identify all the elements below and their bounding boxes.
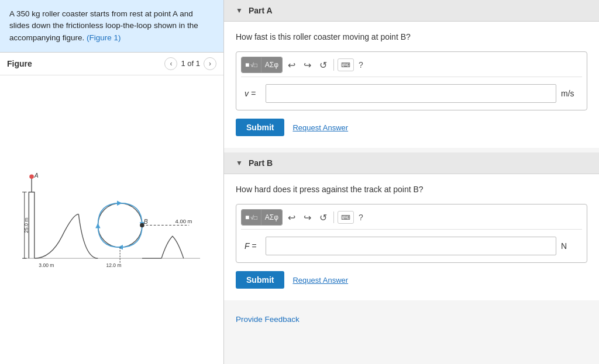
problem-description: A 350 kg roller coaster starts from rest… (0, 0, 223, 53)
feedback-section: Provide Feedback (224, 305, 599, 333)
part-a-request-answer-button[interactable]: Request Answer (292, 123, 348, 132)
part-b-request-answer-button[interactable]: Request Answer (292, 276, 348, 285)
part-b-action-row: Submit Request Answer (236, 271, 587, 289)
part-a-unit: m/s (561, 89, 579, 98)
part-b-submit-button[interactable]: Submit (236, 271, 284, 289)
part-b-undo-button[interactable]: ↩ (285, 211, 298, 224)
part-a-header: ▼ Part A (224, 0, 599, 22)
part-a-content: How fast is this roller coaster moving a… (224, 22, 599, 148)
figure-next-button[interactable]: › (204, 57, 216, 70)
part-a-greek-button[interactable]: ΑΣφ (261, 57, 282, 72)
part-b-input-row: F = N (241, 234, 582, 258)
part-a-matrix-button[interactable]: ■√□ (242, 57, 261, 72)
left-panel: A 350 kg roller coaster starts from rest… (0, 0, 224, 364)
part-a-answer-box: ■√□ ΑΣφ ↩ ↪ ↺ ⌨ ? v = m/s (236, 51, 587, 110)
figure-link[interactable]: (Figure 1) (87, 33, 121, 42)
svg-text:4.00 m: 4.00 m (175, 218, 192, 224)
figure-navigation: ‹ 1 of 1 › (164, 57, 216, 70)
part-a-submit-button[interactable]: Submit (236, 119, 284, 136)
part-b-answer-box: ■√□ ΑΣφ ↩ ↪ ↺ ⌨ ? F = N (236, 204, 587, 263)
svg-text:B: B (144, 218, 148, 224)
part-b-redo-button[interactable]: ↪ (301, 211, 314, 224)
svg-text:25.0 m: 25.0 m (23, 218, 29, 233)
part-a-input[interactable] (266, 84, 556, 103)
part-b-toolbar-sep (333, 212, 334, 223)
part-a-input-label: v = (245, 89, 261, 98)
part-b-matrix-button[interactable]: ■√□ (242, 210, 261, 225)
part-b-toolbar: ■√□ ΑΣφ ↩ ↪ ↺ ⌨ ? (241, 209, 582, 230)
part-a-action-row: Submit Request Answer (236, 119, 587, 136)
part-a-toolbar-sep (333, 59, 334, 71)
right-panel: ▼ Part A How fast is this roller coaster… (224, 0, 599, 364)
part-b-label: Part B (249, 158, 273, 168)
part-b-question: How hard does it press against the track… (236, 183, 587, 196)
figure-title: Figure (7, 59, 32, 68)
part-b-unit: N (561, 241, 579, 251)
figure-header: Figure ‹ 1 of 1 › (0, 53, 223, 75)
part-b-math-buttons: ■√□ ΑΣφ (241, 209, 283, 226)
part-a-question: How fast is this roller coaster moving a… (236, 31, 587, 43)
part-b-input[interactable] (266, 237, 556, 255)
part-a-undo-button[interactable]: ↩ (285, 58, 298, 72)
part-a-redo-button[interactable]: ↪ (301, 58, 314, 72)
part-a-label: Part A (249, 6, 273, 15)
part-a-math-buttons: ■√□ ΑΣφ (241, 57, 283, 73)
part-a-toolbar: ■√□ ΑΣφ ↩ ↪ ↺ ⌨ ? (241, 57, 582, 77)
part-b-input-label: F = (245, 241, 261, 251)
part-b-keyboard-button[interactable]: ⌨ (338, 211, 354, 224)
part-b-greek-button[interactable]: ΑΣφ (261, 210, 282, 225)
part-a-section: ▼ Part A How fast is this roller coaster… (224, 0, 599, 148)
part-b-help-button[interactable]: ? (356, 212, 366, 223)
roller-coaster-diagram: A B (12, 170, 211, 269)
part-a-keyboard-button[interactable]: ⌨ (338, 58, 354, 71)
svg-point-4 (98, 203, 142, 248)
provide-feedback-link[interactable]: Provide Feedback (236, 315, 300, 324)
figure-prev-button[interactable]: ‹ (164, 57, 177, 70)
svg-text:12.0 m: 12.0 m (106, 262, 122, 268)
svg-text:3.00 m: 3.00 m (39, 262, 54, 268)
svg-point-2 (29, 174, 34, 179)
figure-image: A B (0, 75, 223, 364)
figure-section: Figure ‹ 1 of 1 › A (0, 53, 223, 364)
part-a-reset-button[interactable]: ↺ (316, 58, 330, 72)
part-b-content: How hard does it press against the track… (224, 174, 599, 300)
figure-page-indicator: 1 of 1 (181, 59, 200, 68)
part-b-header: ▼ Part B (224, 152, 599, 174)
part-b-collapse-arrow[interactable]: ▼ (236, 159, 243, 167)
svg-text:A: A (34, 172, 39, 179)
part-b-section: ▼ Part B How hard does it press against … (224, 152, 599, 300)
part-a-help-button[interactable]: ? (356, 59, 366, 71)
part-b-reset-button[interactable]: ↺ (316, 211, 330, 224)
part-a-collapse-arrow[interactable]: ▼ (236, 6, 243, 15)
part-a-input-row: v = m/s (241, 82, 582, 105)
